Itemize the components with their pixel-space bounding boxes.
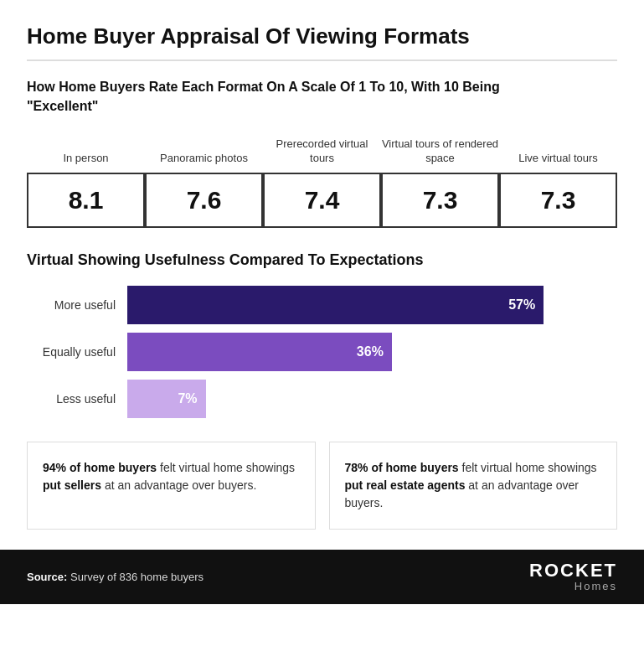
rating-value: 7.6: [145, 173, 263, 228]
bar-label: Equally useful: [35, 345, 127, 359]
stat-bold-mid: put sellers: [43, 478, 101, 492]
bar-chart-title: Virtual Showing Usefulness Compared To E…: [27, 251, 617, 269]
bar-fill: 36%: [127, 333, 392, 371]
rating-value: 8.1: [27, 173, 145, 228]
rating-col: Virtual tours of rendered space 7.3: [381, 132, 499, 228]
rating-label: In person: [63, 132, 108, 166]
stat-bold-start: 94% of home buyers: [43, 461, 157, 474]
footer-source: Source: Survey of 836 home buyers: [27, 571, 204, 583]
bar-track: 7%: [127, 380, 617, 418]
source-text: Survey of 836 home buyers: [70, 571, 204, 583]
bar-label: Less useful: [35, 392, 127, 406]
stat-box: 94% of home buyers felt virtual home sho…: [27, 442, 316, 530]
rating-value: 7.4: [263, 173, 381, 228]
rating-col: Prerecorded virtual tours 7.4: [263, 132, 381, 228]
rating-value: 7.3: [381, 173, 499, 228]
stat-boxes: 94% of home buyers felt virtual home sho…: [27, 442, 617, 530]
stat-bold-start: 78% of home buyers: [345, 461, 459, 474]
bar-label: More useful: [35, 298, 127, 312]
rating-col: Panoramic photos 7.6: [145, 132, 263, 228]
bar-track: 36%: [127, 333, 617, 371]
rating-col: In person 8.1: [27, 132, 145, 228]
bar-row: Less useful 7%: [35, 380, 617, 418]
page-title: Home Buyer Appraisal Of Viewing Formats: [27, 23, 617, 49]
subtitle: How Home Buyers Rate Each Format On A Sc…: [27, 78, 546, 116]
ratings-table: In person 8.1 Panoramic photos 7.6 Prere…: [27, 132, 617, 228]
bar-chart: More useful 57% Equally useful 36% Less …: [27, 286, 617, 418]
source-label: Source:: [27, 571, 70, 583]
rating-label: Live virtual tours: [518, 132, 598, 166]
footer: Source: Survey of 836 home buyers ROCKET…: [0, 550, 644, 604]
brand-subtitle: Homes: [574, 580, 617, 592]
title-divider: [27, 59, 617, 61]
bar-fill: 7%: [127, 380, 206, 418]
brand-name: ROCKET: [529, 561, 617, 580]
bar-track: 57%: [127, 286, 617, 324]
stat-box: 78% of home buyers felt virtual home sho…: [329, 442, 618, 530]
bar-row: Equally useful 36%: [35, 333, 617, 371]
rating-value: 7.3: [499, 173, 617, 228]
rating-label: Prerecorded virtual tours: [263, 132, 381, 166]
rating-label: Panoramic photos: [160, 132, 248, 166]
bar-row: More useful 57%: [35, 286, 617, 324]
bar-fill: 57%: [127, 286, 544, 324]
rating-label: Virtual tours of rendered space: [381, 132, 499, 166]
main-container: Home Buyer Appraisal Of Viewing Formats …: [0, 0, 644, 530]
rocket-logo: ROCKET Homes: [529, 561, 617, 592]
stat-bold-mid: put real estate agents: [345, 478, 466, 492]
rating-col: Live virtual tours 7.3: [499, 132, 617, 228]
